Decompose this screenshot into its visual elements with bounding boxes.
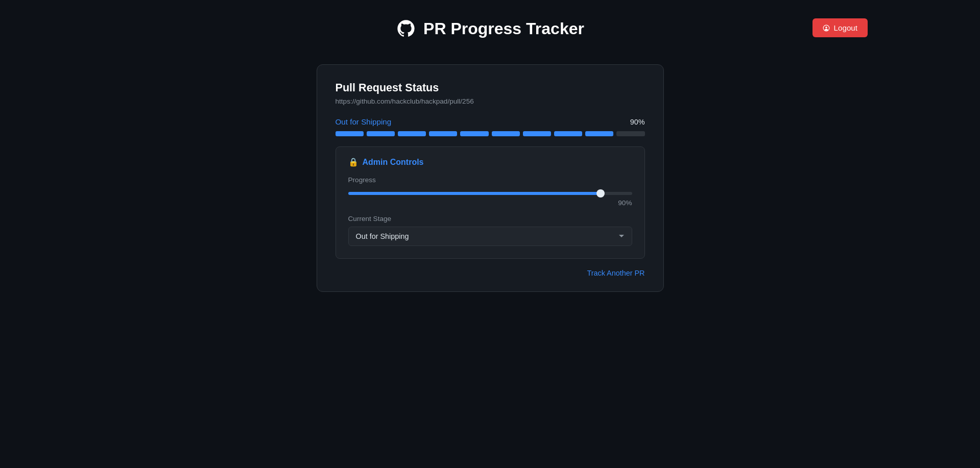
progress-segment-6 — [492, 131, 520, 136]
logout-label: Logout — [834, 23, 857, 32]
admin-controls-label: Admin Controls — [363, 158, 424, 167]
logout-button[interactable]: Logout — [812, 18, 868, 37]
track-another-link[interactable]: Track Another PR — [587, 269, 644, 277]
svg-point-1 — [825, 27, 827, 29]
logout-icon — [823, 24, 830, 32]
app-header: PR Progress Tracker Logout — [0, 0, 980, 49]
progress-segment-10 — [616, 131, 644, 136]
progress-segment-7 — [523, 131, 551, 136]
progress-segment-9 — [585, 131, 613, 136]
github-icon — [396, 18, 416, 39]
stage-field-label: Current Stage — [348, 215, 632, 223]
app-title: PR Progress Tracker — [423, 19, 584, 38]
card-url: https://github.com/hackclub/hackpad/pull… — [336, 97, 645, 105]
status-row: Out for Shipping 90% — [336, 117, 645, 126]
header-title-group: PR Progress Tracker — [396, 18, 584, 39]
stage-select[interactable]: IdeationDesignDevelopmentCode ReviewTest… — [348, 227, 632, 246]
progress-segment-8 — [554, 131, 582, 136]
progress-slider-value: 90% — [348, 199, 632, 207]
card-title: Pull Request Status — [336, 81, 645, 94]
progress-segment-2 — [367, 131, 395, 136]
admin-controls-box: 🔒 Admin Controls Progress 90% Current St… — [336, 146, 645, 259]
progress-field-label: Progress — [348, 176, 632, 184]
lock-icon: 🔒 — [348, 157, 358, 167]
track-link-row: Track Another PR — [336, 269, 645, 277]
progress-segment-4 — [429, 131, 457, 136]
progress-segment-3 — [398, 131, 426, 136]
progress-slider-container: Progress 90% — [348, 176, 632, 207]
admin-header: 🔒 Admin Controls — [348, 157, 632, 167]
progress-segment-1 — [336, 131, 364, 136]
progress-slider[interactable] — [348, 192, 632, 195]
progress-segments — [336, 131, 645, 136]
stage-field: Current Stage IdeationDesignDevelopmentC… — [348, 215, 632, 246]
status-label: Out for Shipping — [336, 117, 392, 126]
progress-segment-5 — [460, 131, 488, 136]
status-percent: 90% — [630, 118, 645, 126]
pr-status-card: Pull Request Status https://github.com/h… — [317, 64, 664, 292]
